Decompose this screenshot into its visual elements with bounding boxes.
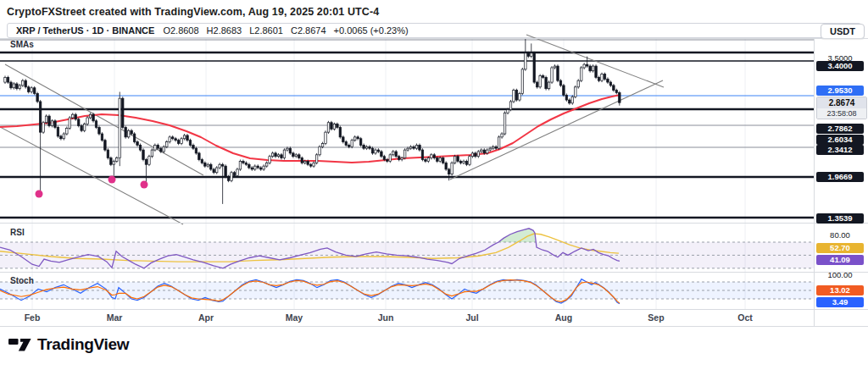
x-axis-label-sep: Sep [648,312,664,323]
x-axis-label-mar: Mar [107,312,123,323]
x-axis-label-jun: Jun [378,312,394,323]
tradingview-logo-icon [8,335,31,354]
price-level-label: 1.9669 [816,172,864,182]
price-level-label: 3.4000 [816,61,864,71]
x-axis-label-oct: Oct [737,312,753,323]
price-level-label: 2.6034 [816,135,864,145]
rsi-value-label: 80.00 [816,230,864,240]
rsi-value-label: 52.70 [816,243,864,253]
rsi-indicator-label[interactable]: RSI [10,228,25,237]
x-axis-label-aug: Aug [555,312,572,323]
stoch-value-label: 13.02 [816,285,864,295]
x-axis-label-may: May [286,312,303,323]
footer: TradingView [8,335,129,354]
price-level-label: 2.9530 [816,86,864,96]
sma-indicator-label[interactable]: SMAs [10,40,34,49]
price-level-label: 2.7862 [816,124,864,134]
x-axis-label-jul: Jul [465,312,478,323]
stoch-indicator-label[interactable]: Stoch [10,276,34,285]
tradingview-chart-screenshot: CryptoFXStreet created with TradingView.… [0,0,868,370]
rsi-value-label: 41.09 [816,255,864,265]
current-price-badge: 2.867423:58:08 [816,97,867,119]
tradingview-brand-text: TradingView [37,335,129,354]
price-level-label: 2.3412 [816,145,864,155]
bar-countdown-timer: 23:58:08 [817,108,866,119]
stoch-value-label: 100.00 [816,270,864,280]
price-level-label: 1.3539 [816,213,864,224]
x-axis-label-apr: Apr [198,312,214,323]
x-axis-label-feb: Feb [25,312,41,323]
current-price-value: 2.8674 [817,97,866,108]
stoch-value-label: 3.49 [816,297,864,307]
